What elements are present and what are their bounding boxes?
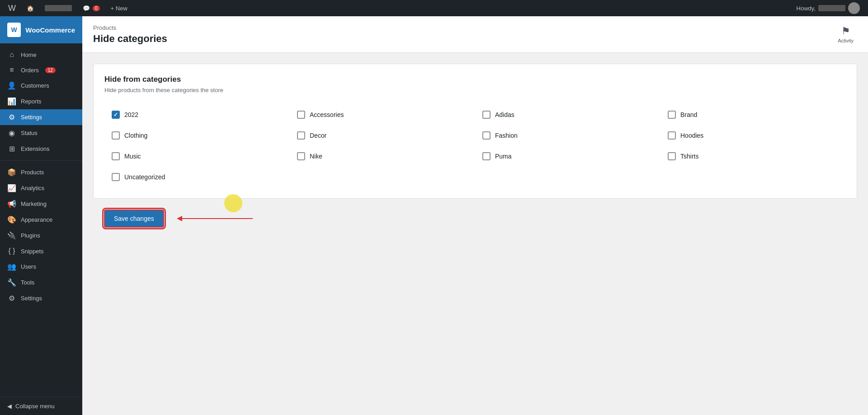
sidebar-item-settings-2[interactable]: ⚙ Settings — [0, 290, 82, 306]
checkbox-tshirts[interactable] — [668, 152, 676, 160]
extensions-icon: ⊞ — [7, 145, 16, 153]
checkbox-brand[interactable] — [668, 111, 676, 119]
collapse-icon: ◀ — [7, 403, 12, 410]
sidebar-item-extensions[interactable]: ⊞ Extensions — [0, 141, 82, 157]
settings-icon: ⚙ — [7, 113, 16, 121]
sidebar-item-marketing[interactable]: 📢 Marketing — [0, 196, 82, 212]
category-label-adidas: Adidas — [495, 111, 514, 118]
howdy-label: Howdy, — [797, 5, 816, 12]
sidebar-item-appearance[interactable]: 🎨 Appearance — [0, 212, 82, 228]
category-label-brand: Brand — [680, 111, 697, 118]
category-item-puma: Puma — [475, 146, 660, 167]
new-label: + New — [111, 5, 127, 12]
category-item-2022: 2022 — [104, 104, 290, 125]
category-label-fashion: Fashion — [495, 132, 518, 139]
sidebar-item-users[interactable]: 👥 Users — [0, 259, 82, 275]
new-content-link[interactable]: + New — [106, 0, 132, 16]
checkbox-2022[interactable] — [112, 111, 120, 119]
sidebar-item-products[interactable]: 📦 Products — [0, 164, 82, 180]
admin-bar: W 🏠 💬 0 + New Howdy, — [0, 0, 868, 16]
settings2-label: Settings — [21, 295, 42, 302]
checkbox-nike[interactable] — [297, 152, 305, 160]
checkbox-accessories[interactable] — [297, 111, 305, 119]
sidebar-nav: ⌂ Home ≡ Orders 12 👤 Customers 📊 Reports… — [0, 43, 82, 397]
collapse-menu-button[interactable]: ◀ Collapse menu — [0, 397, 82, 415]
reports-icon: 📊 — [7, 97, 16, 106]
comment-icon: 💬 — [83, 5, 90, 12]
sidebar-item-orders[interactable]: ≡ Orders 12 — [0, 62, 82, 78]
users-label: Users — [21, 263, 36, 270]
category-label-music: Music — [124, 153, 141, 160]
page-header: Products Hide categories ⚑ Activity — [82, 16, 868, 53]
tools-icon: 🔧 — [7, 278, 16, 287]
category-item-uncategorized: Uncategorized — [104, 167, 290, 187]
home-nav-icon: ⌂ — [7, 51, 16, 59]
sidebar-item-settings[interactable]: ⚙ Settings — [0, 109, 82, 125]
collapse-label: Collapse menu — [15, 403, 55, 410]
wp-logo[interactable]: W — [4, 0, 20, 16]
category-item-brand: Brand — [660, 104, 846, 125]
checkbox-fashion[interactable] — [482, 131, 491, 140]
sidebar-item-customers[interactable]: 👤 Customers — [0, 78, 82, 93]
page-title: Hide categories — [93, 33, 167, 45]
categories-grid: 2022 Accessories Adidas Brand — [104, 104, 846, 187]
howdy-section[interactable]: Howdy, — [792, 2, 864, 14]
checkbox-puma[interactable] — [482, 152, 491, 160]
settings-nav-label: Settings — [21, 114, 42, 121]
save-changes-button[interactable]: Save changes — [104, 210, 164, 228]
home-icon: 🏠 — [27, 5, 34, 12]
plugins-icon: 🔌 — [7, 231, 16, 240]
sidebar: W WooCommerce ⌂ Home ≡ Orders 12 👤 Custo… — [0, 16, 82, 415]
breadcrumb: Products — [93, 24, 167, 31]
username-label — [818, 5, 845, 11]
tools-label: Tools — [21, 279, 34, 286]
category-label-clothing: Clothing — [124, 132, 147, 139]
sidebar-item-analytics[interactable]: 📈 Analytics — [0, 180, 82, 196]
category-item-hoodies: Hoodies — [660, 125, 846, 146]
red-arrow — [180, 218, 253, 219]
category-label-puma: Puma — [495, 153, 512, 160]
site-name[interactable] — [40, 0, 76, 16]
checkbox-decor[interactable] — [297, 131, 305, 140]
category-item-decor: Decor — [290, 125, 475, 146]
marketing-label: Marketing — [21, 201, 47, 207]
checkbox-hoodies[interactable] — [668, 131, 676, 140]
checkbox-music[interactable] — [112, 152, 120, 160]
sidebar-item-reports[interactable]: 📊 Reports — [0, 93, 82, 109]
analytics-icon: 📈 — [7, 184, 16, 192]
site-label — [45, 5, 72, 11]
sidebar-item-tools[interactable]: 🔧 Tools — [0, 275, 82, 290]
sidebar-item-status[interactable]: ◉ Status — [0, 125, 82, 141]
status-icon: ◉ — [7, 129, 16, 137]
extensions-label: Extensions — [21, 145, 50, 152]
home-nav-label: Home — [21, 51, 37, 58]
customers-icon: 👤 — [7, 81, 16, 90]
woocommerce-brand[interactable]: W WooCommerce — [0, 16, 82, 43]
category-label-hoodies: Hoodies — [680, 132, 703, 139]
checkbox-clothing[interactable] — [112, 131, 120, 140]
activity-button[interactable]: ⚑ Activity — [834, 23, 857, 45]
users-icon: 👥 — [7, 262, 16, 271]
category-label-tshirts: Tshirts — [680, 153, 698, 160]
sidebar-item-home[interactable]: ⌂ Home — [0, 47, 82, 62]
flag-icon: ⚑ — [841, 25, 850, 37]
checkbox-adidas[interactable] — [482, 111, 491, 119]
checkbox-uncategorized[interactable] — [112, 173, 120, 181]
orders-badge: 12 — [45, 67, 56, 73]
snippets-icon: { } — [7, 247, 16, 255]
category-empty-1 — [290, 167, 475, 187]
home-link[interactable]: 🏠 — [22, 0, 38, 16]
content-area: Hide from categories Hide products from … — [82, 53, 868, 415]
category-label-decor: Decor — [310, 132, 326, 139]
sidebar-item-plugins[interactable]: 🔌 Plugins — [0, 228, 82, 243]
category-empty-2 — [475, 167, 660, 187]
marketing-icon: 📢 — [7, 200, 16, 208]
comments-link[interactable]: 💬 0 — [78, 0, 104, 16]
category-item-accessories: Accessories — [290, 104, 475, 125]
app-body: W WooCommerce ⌂ Home ≡ Orders 12 👤 Custo… — [0, 16, 868, 415]
category-item-nike: Nike — [290, 146, 475, 167]
orders-icon: ≡ — [7, 66, 16, 74]
save-area: Save changes — [93, 199, 857, 238]
sidebar-item-snippets[interactable]: { } Snippets — [0, 243, 82, 259]
category-label-uncategorized: Uncategorized — [124, 173, 165, 181]
